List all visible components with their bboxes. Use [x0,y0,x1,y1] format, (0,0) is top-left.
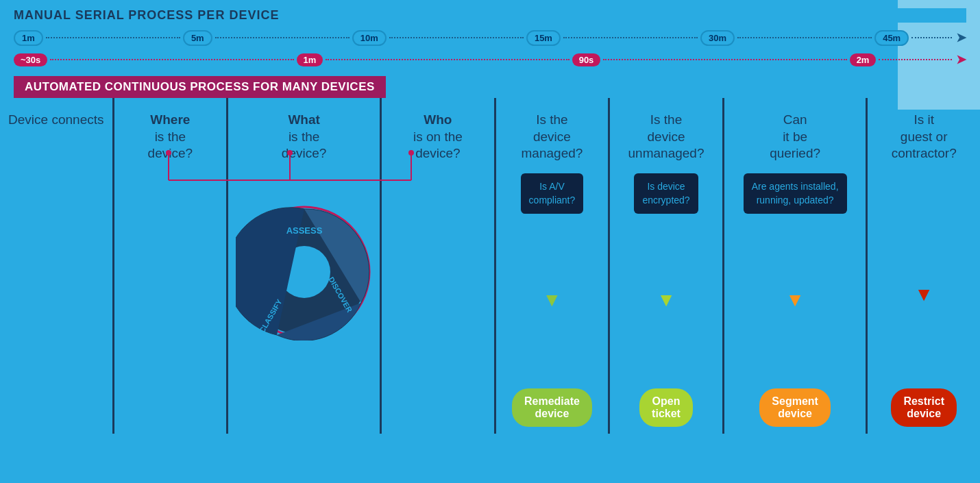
bracket-svg [108,153,471,187]
circle-diagram: ASSESS DISCOVER CLASSIFY [236,203,373,340]
auto-time-2m: 2m [850,53,877,66]
col-who-bold: Who [424,112,452,127]
assess-label: ASSESS [286,225,322,236]
col-unmanaged-text: Is thedeviceunmanaged? [628,112,705,162]
auto-dots-4 [879,59,952,60]
svg-point-5 [166,150,171,156]
columns-section: Device connects Where is thedevice? What… [0,98,980,434]
auto-dots-2 [326,59,569,60]
manual-time-15m: 15m [526,30,561,46]
manual-dots-2 [215,37,350,38]
auto-dots-3 [603,59,846,60]
col-queried-text: Canit bequeried? [770,112,820,162]
auto-time-90s: 90s [572,53,601,66]
auto-dots-1 [50,59,293,60]
col-managed-subinfo: Is A/Vcompliant? [521,173,584,214]
manual-timeline: 1m 5m 10m 15m 30m 45m ➤ [14,28,966,47]
manual-dots-3 [389,37,524,38]
col-guest-arrow: ▼ [914,284,933,306]
col-what-bold: What [288,112,319,127]
col-guest-action: Restrictdevice [891,388,957,427]
auto-time-30s: ~30s [14,53,47,66]
circle-svg: ASSESS DISCOVER CLASSIFY [236,203,373,340]
col-managed-arrow: ▼ [543,289,562,311]
col-queried: Canit bequeried? Are agents installed,ru… [724,98,868,434]
col-queried-action: Segmentdevice [759,388,831,427]
auto-timeline: ~30s 1m 90s 2m ➤ [14,50,966,69]
col-what: What is thedevice? [228,98,382,434]
col-unmanaged-subinfo: Is deviceencrypted? [634,173,698,214]
svg-point-6 [287,150,293,156]
svg-point-7 [408,150,414,156]
main-container: MANUAL SERIAL PROCESS PER DEVICE 1m 5m 1… [0,0,980,483]
manual-title: MANUAL SERIAL PROCESS PER DEVICE [14,8,966,23]
col-guest-text: Is itguest orcontractor? [892,112,957,162]
manual-dots-4 [563,37,698,38]
col-unmanaged-arrow: ▼ [657,289,676,311]
manual-arrow: ➤ [956,30,966,45]
auto-banner: AUTOMATED CONTINUOUS PROCESS FOR MANY DE… [14,76,386,98]
manual-time-5m: 5m [183,30,212,46]
manual-time-1m: 1m [14,30,43,46]
col-unmanaged: Is thedeviceunmanaged? Is deviceencrypte… [610,98,724,434]
auto-time-1m: 1m [297,53,323,66]
col-unmanaged-action: Openticket [639,388,693,427]
col-managed-action: Remediatedevice [512,388,592,427]
col-where: Where is thedevice? [114,98,229,434]
col-where-bold: Where [150,112,190,127]
manual-dots-6 [911,37,952,38]
col-queried-arrow: ▼ [785,289,805,311]
manual-time-30m: 30m [700,30,735,46]
col-device-connects: Device connects [0,98,114,434]
manual-dots-1 [46,37,180,38]
col-queried-subinfo: Are agents installed,running, updated? [744,173,847,214]
col-device-connects-text: Device connects [8,112,103,129]
col-who: Who is on thedevice? [382,98,496,434]
col-managed-text: Is thedevicemanaged? [522,112,583,162]
auto-arrow: ➤ [956,52,966,67]
manual-time-10m: 10m [352,30,387,46]
header-section: MANUAL SERIAL PROCESS PER DEVICE 1m 5m 1… [0,0,980,98]
col-managed: Is thedevicemanaged? Is A/Vcompliant? ▼ … [496,98,611,434]
manual-time-45m: 45m [874,30,909,46]
manual-dots-5 [737,37,872,38]
col-guest: Is itguest orcontractor? ▼ Restrictdevic… [868,98,980,434]
